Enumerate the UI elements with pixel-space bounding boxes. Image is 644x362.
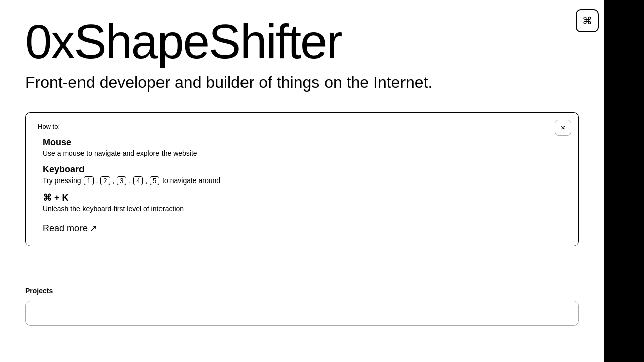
site-subtitle: Front-end developer and builder of thing… [25,73,579,92]
read-more-link[interactable]: Read more ↗ [38,223,97,234]
howto-section-keyboard: Keyboard Try pressing 1 , 2 , 3 , 4 , 5 … [38,164,566,186]
read-more-text: Read more [43,223,88,234]
key-3: 3 [117,176,126,185]
right-sidebar [604,0,644,362]
site-title: 0xShapeShifter [25,15,579,68]
close-button[interactable]: × [555,120,571,136]
read-more-arrow: ↗ [90,223,97,234]
key-1: 1 [84,176,93,185]
main-content: 0xShapeShifter Front-end developer and b… [0,0,604,341]
projects-label: Projects [25,287,579,295]
comma-2: , [112,176,116,185]
comma-3: , [129,176,133,185]
projects-section: Projects [25,287,579,326]
comma-1: , [96,176,100,185]
howto-label: How to: [38,123,566,130]
close-icon: × [561,124,565,132]
key-5: 5 [150,176,159,185]
cmdk-title: ⌘ + K [43,192,566,203]
keyboard-desc: Try pressing 1 , 2 , 3 , 4 , 5 to naviga… [43,176,566,186]
projects-card-outline [25,301,579,326]
howto-card: How to: × Mouse Use a mouse to navigate … [25,112,579,247]
command-icon: ⌘ [582,15,592,27]
mouse-title: Mouse [43,137,566,148]
mouse-desc: Use a mouse to navigate and explore the … [43,149,566,157]
cmdk-desc: Unleash the keyboard-first level of inte… [43,205,566,213]
howto-section-mouse: Mouse Use a mouse to navigate and explor… [38,137,566,157]
command-button[interactable]: ⌘ [576,9,599,32]
try-pressing-text: Try pressing [43,176,82,185]
comma-4: , [145,176,149,185]
keyboard-title: Keyboard [43,164,566,175]
desc-suffix: to navigate around [162,176,220,185]
key-2: 2 [100,176,110,185]
key-4: 4 [133,176,143,185]
howto-section-cmdk: ⌘ + K Unleash the keyboard-first level o… [38,192,566,213]
